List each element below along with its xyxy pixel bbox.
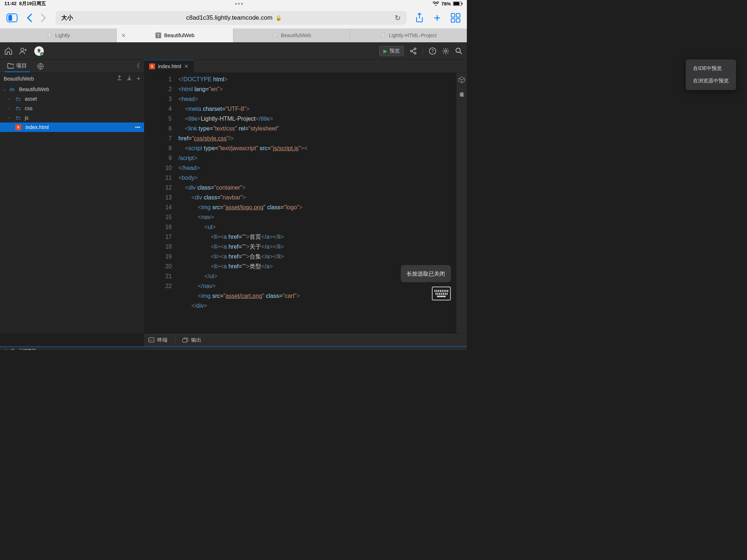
svg-rect-7 bbox=[451, 19, 455, 22]
svg-point-10 bbox=[411, 50, 413, 52]
folder-icon: 🗀 bbox=[15, 105, 20, 111]
browser-tab[interactable]: TLightly-HTML-Project bbox=[350, 28, 467, 42]
code-content[interactable]: <!DOCTYPE html><html lang="en"><head> <m… bbox=[178, 73, 456, 333]
terminal-tab[interactable]: 终端 bbox=[148, 337, 167, 343]
settings-icon[interactable] bbox=[442, 47, 449, 55]
help-icon[interactable]: ? bbox=[429, 47, 436, 55]
svg-rect-2 bbox=[462, 3, 462, 5]
svg-rect-19 bbox=[183, 339, 187, 342]
folder-icon: 🗀 bbox=[15, 96, 20, 102]
tabs-overview-icon[interactable] bbox=[451, 13, 460, 23]
cloud-icon bbox=[10, 349, 16, 350]
svg-text:?: ? bbox=[431, 48, 434, 54]
sidebar-toggle-icon[interactable] bbox=[7, 13, 18, 22]
line-gutter: 12345678910111213141516171819202122 bbox=[144, 73, 178, 333]
share-icon[interactable] bbox=[415, 13, 423, 23]
url-bar[interactable]: 大小 c8ad1c35.lightly.teamcode.com 🔒 ↻ bbox=[55, 11, 407, 25]
ios-status-bar: 11:42 8月19日周五 ••• 78% bbox=[0, 0, 467, 7]
folder-icon bbox=[7, 63, 14, 69]
svg-point-15 bbox=[445, 50, 447, 52]
clock: 11:42 bbox=[4, 1, 16, 6]
preview-button[interactable]: ▶预览 bbox=[379, 46, 404, 56]
tree-folder[interactable]: ›🗀 css bbox=[0, 104, 144, 113]
project-tab[interactable]: 项目 bbox=[4, 60, 30, 72]
new-tab-icon[interactable]: + bbox=[434, 11, 441, 25]
code-editor[interactable]: 12345678910111213141516171819202122 <!DO… bbox=[144, 73, 456, 333]
svg-rect-5 bbox=[451, 13, 455, 17]
toast-message: 长按选取已关闭 bbox=[401, 265, 451, 282]
download-icon[interactable] bbox=[127, 75, 132, 83]
svg-point-11 bbox=[414, 48, 416, 50]
lock-icon: 🔒 bbox=[274, 15, 282, 21]
back-icon[interactable] bbox=[26, 13, 32, 22]
svg-rect-8 bbox=[456, 19, 460, 22]
browser-tab[interactable]: TBeautifulWeb bbox=[233, 28, 350, 42]
html5-icon: 5 bbox=[149, 63, 155, 69]
battery-icon bbox=[453, 1, 462, 6]
multitask-dots[interactable]: ••• bbox=[235, 0, 244, 8]
new-file-icon[interactable]: + bbox=[136, 75, 140, 83]
browser-tab[interactable]: ✕TBeautifulWeb bbox=[117, 28, 233, 42]
text-size-label[interactable]: 大小 bbox=[61, 14, 73, 22]
svg-point-9 bbox=[21, 48, 24, 51]
folder-open-icon: 🗁 bbox=[9, 86, 15, 92]
keyboard-icon[interactable] bbox=[432, 287, 451, 300]
add-user-icon[interactable] bbox=[19, 47, 28, 55]
status-bar: 云端项目 bbox=[0, 346, 467, 350]
reload-icon[interactable]: ↻ bbox=[395, 13, 401, 22]
forward-icon bbox=[41, 13, 47, 22]
search-icon[interactable] bbox=[455, 47, 462, 55]
more-icon[interactable]: ••• bbox=[135, 124, 140, 130]
safari-toolbar: 大小 c8ad1c35.lightly.teamcode.com 🔒 ↻ + bbox=[0, 7, 467, 28]
close-icon[interactable]: ✕ bbox=[121, 32, 126, 39]
html5-icon: 5 bbox=[15, 124, 21, 130]
svg-rect-18 bbox=[149, 338, 154, 342]
globe-tab[interactable] bbox=[34, 61, 47, 72]
status-text: 云端项目 bbox=[19, 348, 36, 350]
close-tab-icon[interactable]: ✕ bbox=[184, 63, 189, 69]
ide-toolbar: ▶预览 ? bbox=[0, 42, 467, 60]
folder-icon: 🗀 bbox=[15, 115, 20, 121]
tree-folder[interactable]: ›🗀 js bbox=[0, 113, 144, 122]
browser-tab[interactable]: TLightly bbox=[0, 28, 117, 42]
tree-folder-root[interactable]: ⌄🗁 BeautifulWeb bbox=[0, 85, 144, 94]
avatar[interactable] bbox=[34, 46, 44, 56]
upload-icon[interactable] bbox=[117, 75, 122, 83]
bottom-panel-tabs: 终端 输出 bbox=[144, 333, 467, 346]
svg-rect-1 bbox=[454, 2, 460, 5]
home-icon[interactable] bbox=[4, 47, 12, 55]
explorer-header: BeautifulWeb + bbox=[0, 73, 144, 85]
ide-tab-row: 项目 《 5 index.html ✕ bbox=[0, 60, 467, 73]
globe-icon bbox=[37, 63, 44, 70]
share-network-icon[interactable] bbox=[410, 47, 417, 55]
tree-file-selected[interactable]: 5 index.html••• bbox=[0, 122, 144, 132]
output-tab[interactable]: 输出 bbox=[182, 337, 201, 343]
browser-tab-strip: TLightly ✕TBeautifulWeb TBeautifulWeb TL… bbox=[0, 28, 467, 42]
file-explorer: BeautifulWeb + ⌄🗁 BeautifulWeb ›🗀 asset … bbox=[0, 73, 144, 333]
svg-rect-6 bbox=[456, 13, 460, 17]
play-icon: ▶ bbox=[383, 48, 387, 54]
svg-point-16 bbox=[456, 48, 460, 52]
cube-icon[interactable] bbox=[458, 77, 465, 83]
right-side-rail: 云端服务 bbox=[456, 73, 467, 333]
svg-rect-4 bbox=[8, 15, 12, 21]
collapse-panel-icon[interactable]: 《 bbox=[134, 62, 140, 70]
editor-tab[interactable]: 5 index.html ✕ bbox=[144, 60, 194, 73]
url-text: c8ad1c35.lightly.teamcode.com bbox=[186, 14, 272, 21]
svg-point-12 bbox=[414, 52, 416, 54]
status-dot-icon bbox=[4, 350, 7, 350]
wifi-icon bbox=[433, 1, 439, 6]
battery-text: 78% bbox=[441, 1, 451, 7]
date: 8月19日周五 bbox=[19, 1, 46, 6]
tree-folder[interactable]: ›🗀 asset bbox=[0, 94, 144, 104]
